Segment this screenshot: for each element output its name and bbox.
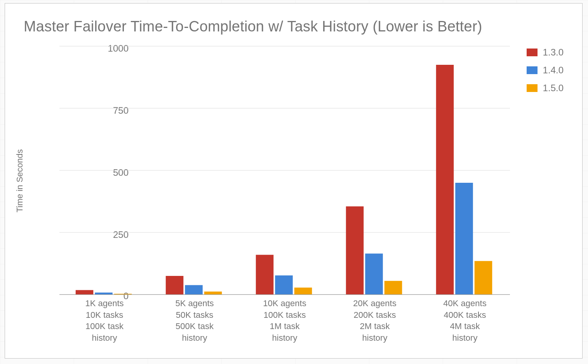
bar	[455, 183, 473, 295]
chart-title: Master Failover Time-To-Completion w/ Ta…	[24, 18, 482, 35]
legend-swatch	[527, 66, 538, 74]
chart-svg	[59, 46, 510, 295]
x-category-label: 10K agents100K tasks1M taskhistory	[240, 298, 330, 344]
x-category-label: 5K agents50K tasks500K taskhistory	[150, 298, 240, 344]
bars-group	[76, 65, 492, 295]
bar	[384, 281, 402, 295]
legend-label: 1.3.0	[543, 47, 564, 58]
bar	[256, 255, 274, 295]
plot-area	[59, 46, 510, 295]
y-axis-label-text: Time in Seconds	[15, 149, 25, 212]
bar	[185, 285, 203, 295]
bar	[166, 276, 184, 295]
bar	[275, 276, 293, 295]
legend-swatch	[527, 49, 538, 56]
x-category-label: 20K agents200K tasks2M taskhistory	[330, 298, 420, 344]
chart-card: Master Failover Time-To-Completion w/ Ta…	[5, 3, 583, 359]
legend-item: 1.4.0	[527, 65, 564, 76]
bar	[95, 293, 113, 295]
bar	[346, 206, 364, 295]
bar	[76, 290, 94, 295]
bar	[365, 253, 383, 295]
bar	[436, 65, 454, 295]
y-axis-label: Time in Seconds	[15, 3, 24, 358]
legend-swatch	[527, 84, 538, 92]
x-category-label: 40K agents400K tasks4M taskhistory	[420, 298, 510, 344]
legend-item: 1.3.0	[527, 47, 564, 58]
legend-label: 1.5.0	[543, 83, 564, 94]
bar	[204, 291, 222, 295]
legend: 1.3.01.4.01.5.0	[527, 47, 564, 101]
x-category-label: 1K agents10K tasks100K taskhistory	[59, 298, 150, 344]
bar	[475, 261, 492, 295]
bar	[294, 288, 312, 295]
legend-item: 1.5.0	[527, 83, 564, 94]
x-axis-labels: 1K agents10K tasks100K taskhistory5K age…	[59, 298, 510, 356]
legend-label: 1.4.0	[543, 65, 564, 76]
